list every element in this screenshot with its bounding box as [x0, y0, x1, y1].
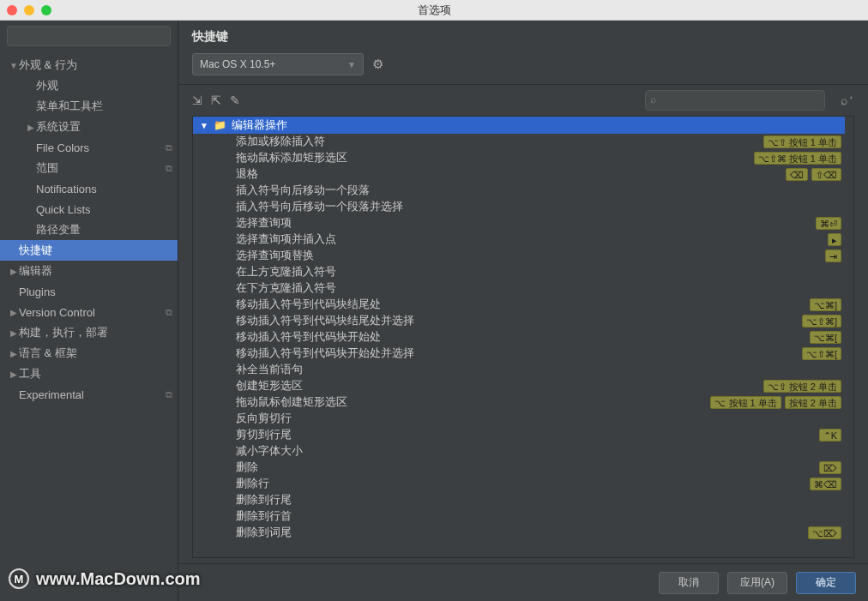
action-row[interactable]: 拖动鼠标创建矩形选区⌥ 按钮 1 单击按钮 2 单击: [193, 394, 845, 411]
action-row[interactable]: 移动插入符号到代码块结尾处⌥⌘]: [193, 297, 845, 313]
action-row[interactable]: 选择查询项⌘⏎: [193, 215, 845, 231]
shortcut-badge: ⌥⇧ 按钮 1 单击: [763, 135, 841, 148]
folder-icon: 📁: [214, 119, 226, 131]
main-panel: 快捷键 Mac OS X 10.5+ ▼ ⚙ ⇲ ⇱ ✎ ⌕ ⌕⁺: [178, 21, 868, 601]
action-row[interactable]: 选择查询项并插入点▸: [193, 231, 845, 248]
shortcut-group: ⇥: [825, 249, 845, 262]
sidebar-item-label: 外观: [36, 78, 172, 93]
sidebar-item[interactable]: ▶工具: [0, 364, 178, 384]
sidebar-item-label: Plugins: [19, 285, 172, 298]
settings-search-input[interactable]: [7, 26, 171, 46]
shortcut-group: ⌦: [819, 461, 845, 474]
sidebar-item[interactable]: 外观: [0, 75, 178, 96]
sidebar-item[interactable]: ▶语言 & 框架: [0, 343, 178, 364]
sidebar-item[interactable]: Quick Lists: [0, 199, 178, 219]
action-label: 删除到行尾: [200, 493, 841, 508]
sidebar-item[interactable]: Plugins: [0, 281, 178, 302]
scope-badge-icon: ⧉: [166, 163, 172, 174]
gear-icon[interactable]: ⚙: [372, 57, 383, 72]
action-row[interactable]: 剪切到行尾⌃K: [193, 427, 845, 443]
action-row[interactable]: 删除到行尾: [193, 492, 845, 508]
chevron-down-icon: ▼: [200, 121, 208, 130]
shortcut-group: ⌘⌫: [810, 478, 845, 490]
shortcut-group: ⌥⇧ 按钮 2 单击: [763, 380, 845, 393]
apply-button[interactable]: 应用(A): [727, 572, 787, 594]
sidebar-item-label: 范围: [36, 160, 166, 176]
action-label: 插入符号向后移动一个段落并选择: [200, 200, 841, 214]
action-label: 删除到行首: [200, 509, 841, 524]
find-by-shortcut-icon[interactable]: ⌕⁺: [841, 93, 854, 107]
sidebar-item[interactable]: ▶系统设置: [0, 117, 178, 137]
shortcut-badge: ▸: [828, 233, 841, 246]
dialog-footer: 取消 应用(A) 确定: [178, 563, 868, 601]
shortcut-group: ⌥⇧ 按钮 1 单击: [763, 135, 845, 148]
sidebar-item[interactable]: 菜单和工具栏: [0, 96, 178, 117]
shortcut-group: ⌥⌘]: [810, 298, 845, 311]
sidebar-item-label: 菜单和工具栏: [36, 99, 172, 114]
sidebar-item-label: 工具: [19, 366, 172, 382]
shortcut-badge: ⇧⌫: [811, 168, 841, 181]
sidebar-item-label: 语言 & 框架: [19, 346, 172, 361]
ok-button[interactable]: 确定: [796, 572, 856, 594]
action-row[interactable]: 减小字体大小: [193, 443, 845, 460]
action-row[interactable]: 移动插入符号到代码块开始处⌥⌘[: [193, 329, 845, 346]
action-label: 补全当前语句: [200, 363, 841, 377]
sidebar-item[interactable]: Notifications: [0, 178, 178, 199]
action-row[interactable]: 添加或移除插入符⌥⇧ 按钮 1 单击: [193, 134, 845, 150]
sidebar-item[interactable]: 快捷键: [0, 240, 178, 261]
action-search-input[interactable]: [645, 90, 825, 111]
cancel-button[interactable]: 取消: [659, 572, 719, 594]
edit-shortcut-icon[interactable]: ✎: [230, 93, 240, 107]
action-label: 拖动鼠标创建矩形选区: [200, 395, 710, 410]
action-label: 选择查询项替换: [200, 249, 825, 263]
sidebar-item-label: Notifications: [36, 183, 172, 195]
tree-arrow-icon: ▶: [26, 123, 36, 132]
action-label: 移动插入符号到代码块结尾处并选择: [200, 314, 802, 328]
shortcut-group: ⌥⇧⌘]: [802, 315, 845, 328]
expand-all-icon[interactable]: ⇲: [192, 93, 202, 107]
shortcut-badge: ⌥ 按钮 1 单击: [710, 396, 781, 409]
action-row[interactable]: 删除到行首: [193, 508, 845, 525]
sidebar-item[interactable]: ▼外观 & 行为: [0, 55, 178, 75]
action-row[interactable]: 移动插入符号到代码块开始处并选择⌥⇧⌘[: [193, 346, 845, 362]
action-row[interactable]: 插入符号向后移动一个段落并选择: [193, 199, 845, 215]
action-row[interactable]: 删除⌦: [193, 460, 845, 476]
sidebar-item[interactable]: Experimental⧉: [0, 384, 178, 405]
action-group-header[interactable]: ▼📁编辑器操作: [193, 117, 845, 134]
action-label: 反向剪切行: [200, 412, 841, 426]
action-row[interactable]: 反向剪切行: [193, 411, 845, 427]
settings-tree[interactable]: ▼外观 & 行为外观菜单和工具栏▶系统设置File Colors⧉范围⧉Noti…: [0, 51, 178, 601]
keymap-select[interactable]: Mac OS X 10.5+ ▼: [192, 53, 364, 75]
action-label: 创建矩形选区: [200, 379, 763, 394]
action-row[interactable]: 删除行⌘⌫: [193, 476, 845, 492]
sidebar-item[interactable]: ▶Version Control⧉: [0, 302, 178, 322]
action-row[interactable]: 拖动鼠标添加矩形选区⌥⇧⌘ 按钮 1 单击: [193, 150, 845, 166]
sidebar-item[interactable]: ▶构建，执行，部署: [0, 322, 178, 343]
sidebar-item[interactable]: ▶编辑器: [0, 261, 178, 281]
action-row[interactable]: 插入符号向后移动一个段落: [193, 183, 845, 199]
shortcut-badge: ⌥⌘]: [810, 298, 841, 311]
action-label: 移动插入符号到代码块开始处: [200, 330, 810, 345]
action-row[interactable]: 创建矩形选区⌥⇧ 按钮 2 单击: [193, 378, 845, 394]
tree-arrow-icon: ▶: [9, 308, 19, 317]
action-label: 删除: [200, 460, 819, 475]
shortcut-group: ⌥ 按钮 1 单击按钮 2 单击: [710, 396, 845, 409]
collapse-all-icon[interactable]: ⇱: [211, 93, 221, 107]
action-row[interactable]: 在上方克隆插入符号: [193, 264, 845, 280]
action-row[interactable]: 补全当前语句: [193, 362, 845, 378]
action-row[interactable]: 退格⌫⇧⌫: [193, 166, 845, 183]
sidebar-item[interactable]: 范围⧉: [0, 158, 178, 178]
action-label: 移动插入符号到代码块结尾处: [200, 297, 810, 312]
sidebar-item[interactable]: File Colors⧉: [0, 137, 178, 158]
actions-list[interactable]: ▼📁编辑器操作添加或移除插入符⌥⇧ 按钮 1 单击拖动鼠标添加矩形选区⌥⇧⌘ 按…: [193, 117, 845, 557]
action-row[interactable]: 删除到词尾⌥⌦: [193, 525, 845, 541]
action-row[interactable]: 在下方克隆插入符号: [193, 280, 845, 297]
action-label: 退格: [200, 167, 786, 182]
action-label: 减小字体大小: [200, 444, 841, 459]
shortcut-badge: ⌥⇧⌘ 按钮 1 单击: [754, 152, 841, 165]
tree-arrow-icon: ▼: [9, 61, 19, 70]
shortcut-group: ⌥⌘[: [810, 331, 845, 344]
action-row[interactable]: 移动插入符号到代码块结尾处并选择⌥⇧⌘]: [193, 313, 845, 329]
action-row[interactable]: 选择查询项替换⇥: [193, 248, 845, 264]
sidebar-item[interactable]: 路径变量: [0, 219, 178, 240]
